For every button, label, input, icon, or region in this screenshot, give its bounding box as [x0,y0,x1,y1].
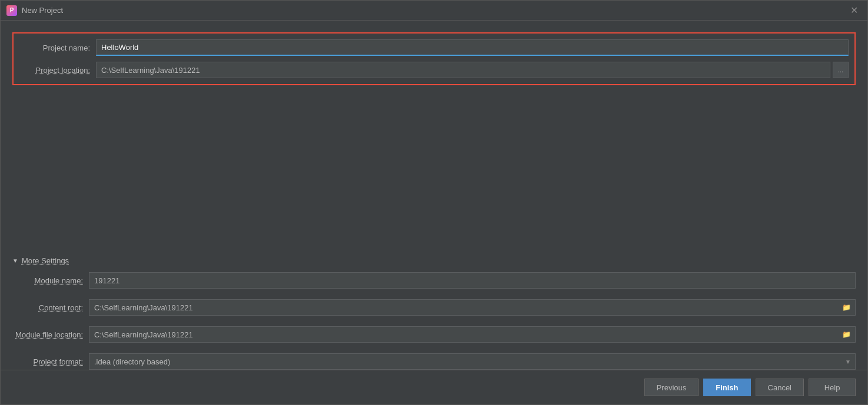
more-settings-section: ▼ More Settings Module name: Content roo… [12,256,856,370]
collapse-icon: ▼ [12,257,18,264]
title-bar-left: P New Project [6,5,63,16]
app-icon: P [6,5,17,16]
dialog-title: New Project [22,6,63,15]
content-root-row: Content root: 📁 [12,299,856,316]
project-location-field-wrapper: ... [96,62,849,78]
project-location-label: Project location: [19,66,96,75]
more-settings-label: More Settings [22,256,69,265]
dialog-content: Project name: Project location: ... ▼ Mo… [1,21,867,370]
title-bar: P New Project ✕ [1,1,867,21]
spacer [12,97,856,256]
module-name-input[interactable] [89,272,856,289]
project-location-input[interactable] [96,62,830,78]
module-name-label: Module name: [12,276,89,285]
close-button[interactable]: ✕ [847,5,862,16]
previous-button[interactable]: Previous [644,379,699,396]
project-name-input[interactable] [96,39,849,56]
project-format-select[interactable]: .idea (directory based) .ipr (file based… [89,353,856,370]
module-name-row: Module name: [12,272,856,289]
project-name-row: Project name: [19,39,849,56]
cancel-button[interactable]: Cancel [756,379,804,396]
module-file-location-label: Module file location: [12,330,89,339]
project-location-row: Project location: ... [19,62,849,78]
more-settings-fields: Module name: Content root: 📁 Module file… [12,272,856,370]
project-name-label: Project name: [19,43,96,52]
module-file-location-input[interactable] [89,326,856,343]
dialog-footer: Previous Finish Cancel Help [1,370,867,404]
help-button[interactable]: Help [809,379,856,396]
browse-button[interactable]: ... [833,62,849,78]
new-project-dialog: P New Project ✕ Project name: Project lo… [0,0,868,405]
content-root-input[interactable] [89,299,856,316]
more-settings-header[interactable]: ▼ More Settings [12,256,856,265]
content-root-label: Content root: [12,303,89,312]
project-format-dropdown-wrapper: .idea (directory based) .ipr (file based… [89,353,856,370]
project-fields-box: Project name: Project location: ... [12,32,856,85]
project-format-label: Project format: [12,357,89,366]
content-root-field-wrapper: 📁 [89,299,856,316]
module-file-location-row: Module file location: 📁 [12,326,856,343]
finish-button[interactable]: Finish [703,379,750,396]
module-file-location-field-wrapper: 📁 [89,326,856,343]
project-format-row: Project format: .idea (directory based) … [12,353,856,370]
